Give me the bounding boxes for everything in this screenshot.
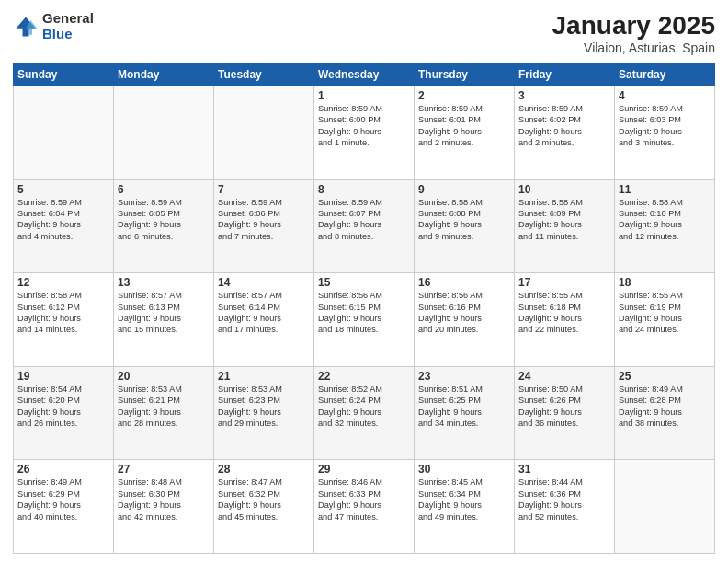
cell-text: Daylight: 9 hours	[218, 500, 310, 511]
week-row-4: 19Sunrise: 8:54 AMSunset: 6:20 PMDayligh…	[14, 366, 715, 460]
cell-text: Daylight: 9 hours	[218, 407, 310, 418]
cell-text: Sunrise: 8:58 AM	[418, 197, 510, 208]
cell-text: and 40 minutes.	[17, 511, 109, 523]
cell-text: Sunrise: 8:59 AM	[318, 103, 410, 114]
cell-text: and 24 minutes.	[619, 324, 711, 335]
cell-text: Daylight: 9 hours	[418, 407, 510, 418]
day-number: 10	[518, 183, 610, 196]
cell-text: Daylight: 9 hours	[17, 313, 109, 324]
calendar-cell	[214, 86, 314, 180]
calendar-cell	[114, 86, 214, 180]
calendar-cell: 31Sunrise: 8:44 AMSunset: 6:36 PMDayligh…	[515, 460, 615, 554]
day-number: 11	[619, 183, 711, 196]
cell-text: Sunset: 6:26 PM	[518, 395, 610, 406]
cell-text: Sunrise: 8:44 AM	[518, 477, 610, 488]
logo-icon	[13, 14, 39, 40]
header-day-friday: Friday	[515, 63, 615, 86]
calendar-cell	[14, 86, 114, 180]
cell-text: Sunset: 6:19 PM	[619, 302, 711, 313]
calendar-cell: 18Sunrise: 8:55 AMSunset: 6:19 PMDayligh…	[615, 273, 715, 367]
cell-text: Sunrise: 8:49 AM	[17, 477, 109, 488]
cell-text: Daylight: 9 hours	[418, 126, 510, 137]
logo-general: General	[42, 11, 94, 27]
header-day-tuesday: Tuesday	[214, 63, 314, 86]
calendar-cell: 12Sunrise: 8:58 AMSunset: 6:12 PMDayligh…	[14, 273, 114, 367]
header: General Blue January 2025 Vilaion, Astur…	[13, 11, 715, 55]
calendar-cell	[615, 460, 715, 554]
cell-text: Daylight: 9 hours	[118, 500, 210, 511]
cell-text: Sunset: 6:28 PM	[619, 395, 711, 406]
day-number: 31	[518, 463, 610, 476]
cell-text: Sunrise: 8:58 AM	[17, 290, 109, 301]
day-number: 30	[418, 463, 510, 476]
day-number: 4	[619, 89, 711, 102]
header-row: SundayMondayTuesdayWednesdayThursdayFrid…	[14, 63, 715, 86]
calendar-cell: 26Sunrise: 8:49 AMSunset: 6:29 PMDayligh…	[14, 460, 114, 554]
calendar-table: SundayMondayTuesdayWednesdayThursdayFrid…	[13, 63, 715, 554]
cell-text: Daylight: 9 hours	[318, 219, 410, 230]
day-number: 8	[318, 183, 410, 196]
calendar-cell: 20Sunrise: 8:53 AMSunset: 6:21 PMDayligh…	[114, 366, 214, 460]
logo-blue: Blue	[42, 27, 94, 42]
cell-text: Sunrise: 8:52 AM	[318, 384, 410, 395]
cell-text: Daylight: 9 hours	[118, 407, 210, 418]
cell-text: Sunset: 6:04 PM	[17, 208, 109, 219]
calendar-cell: 25Sunrise: 8:49 AMSunset: 6:28 PMDayligh…	[615, 366, 715, 460]
cell-text: Daylight: 9 hours	[418, 313, 510, 324]
cell-text: Sunset: 6:07 PM	[318, 208, 410, 219]
day-number: 3	[518, 89, 610, 102]
cell-text: Sunset: 6:25 PM	[418, 395, 510, 406]
cell-text: Sunrise: 8:55 AM	[518, 290, 610, 301]
sub-title: Vilaion, Asturias, Spain	[552, 40, 715, 55]
calendar-cell: 9Sunrise: 8:58 AMSunset: 6:08 PMDaylight…	[415, 179, 515, 273]
cell-text: Daylight: 9 hours	[518, 500, 610, 511]
day-number: 26	[17, 463, 109, 476]
cell-text: and 2 minutes.	[418, 137, 510, 148]
cell-text: Daylight: 9 hours	[518, 313, 610, 324]
cell-text: and 47 minutes.	[318, 511, 410, 523]
cell-text: Sunrise: 8:50 AM	[518, 384, 610, 395]
day-number: 18	[619, 276, 711, 289]
cell-text: Sunset: 6:12 PM	[17, 302, 109, 313]
cell-text: Daylight: 9 hours	[318, 313, 410, 324]
cell-text: Sunrise: 8:54 AM	[17, 384, 109, 395]
cell-text: and 8 minutes.	[318, 231, 410, 242]
cell-text: Sunset: 6:29 PM	[17, 488, 109, 500]
day-number: 27	[118, 463, 210, 476]
cell-text: and 2 minutes.	[518, 137, 610, 148]
cell-text: Daylight: 9 hours	[118, 219, 210, 230]
cell-text: Sunrise: 8:59 AM	[619, 103, 711, 114]
cell-text: and 14 minutes.	[17, 324, 109, 335]
calendar-cell: 13Sunrise: 8:57 AMSunset: 6:13 PMDayligh…	[114, 273, 214, 367]
calendar-cell: 19Sunrise: 8:54 AMSunset: 6:20 PMDayligh…	[14, 366, 114, 460]
cell-text: and 9 minutes.	[418, 231, 510, 242]
cell-text: and 45 minutes.	[218, 511, 310, 523]
title-block: January 2025 Vilaion, Asturias, Spain	[552, 11, 715, 55]
calendar-body: 1Sunrise: 8:59 AMSunset: 6:00 PMDaylight…	[14, 86, 715, 554]
cell-text: Daylight: 9 hours	[619, 126, 711, 137]
cell-text: Daylight: 9 hours	[619, 407, 711, 418]
cell-text: Sunset: 6:00 PM	[318, 114, 410, 125]
day-number: 15	[318, 276, 410, 289]
cell-text: Sunset: 6:06 PM	[218, 208, 310, 219]
cell-text: Daylight: 9 hours	[518, 126, 610, 137]
week-row-1: 1Sunrise: 8:59 AMSunset: 6:00 PMDaylight…	[14, 86, 715, 180]
cell-text: and 36 minutes.	[518, 418, 610, 429]
cell-text: Daylight: 9 hours	[17, 407, 109, 418]
cell-text: Sunrise: 8:46 AM	[318, 477, 410, 488]
calendar-cell: 22Sunrise: 8:52 AMSunset: 6:24 PMDayligh…	[314, 366, 415, 460]
calendar-cell: 28Sunrise: 8:47 AMSunset: 6:32 PMDayligh…	[214, 460, 314, 554]
cell-text: and 22 minutes.	[518, 324, 610, 335]
week-row-3: 12Sunrise: 8:58 AMSunset: 6:12 PMDayligh…	[14, 273, 715, 367]
cell-text: Sunset: 6:36 PM	[518, 488, 610, 500]
calendar-cell: 29Sunrise: 8:46 AMSunset: 6:33 PMDayligh…	[314, 460, 415, 554]
cell-text: Daylight: 9 hours	[318, 407, 410, 418]
day-number: 12	[17, 276, 109, 289]
header-day-monday: Monday	[114, 63, 214, 86]
cell-text: Daylight: 9 hours	[218, 313, 310, 324]
cell-text: Sunrise: 8:53 AM	[218, 384, 310, 395]
cell-text: Daylight: 9 hours	[619, 219, 711, 230]
calendar-cell: 23Sunrise: 8:51 AMSunset: 6:25 PMDayligh…	[415, 366, 515, 460]
cell-text: Sunrise: 8:47 AM	[218, 477, 310, 488]
cell-text: and 1 minute.	[318, 137, 410, 148]
